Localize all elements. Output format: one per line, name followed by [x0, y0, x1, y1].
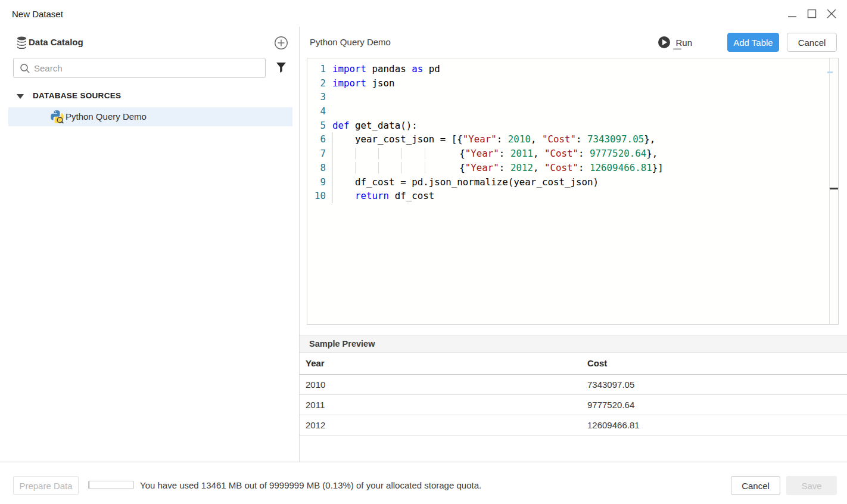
table-cell: 7343097.05 — [581, 374, 847, 394]
code-line[interactable]: 5def get_data(): — [307, 119, 838, 133]
table-body: 20107343097.0520119777520.64201212609466… — [300, 374, 847, 435]
resize-handle[interactable] — [673, 48, 681, 50]
table-column-header: Cost — [581, 353, 847, 374]
sidebar-item-label: Python Query Demo — [66, 111, 147, 122]
catalog-header: Data Catalog — [0, 35, 299, 51]
new-dataset-dialog: New Dataset Data Catalog — [0, 0, 847, 504]
data-catalog-sidebar: Data Catalog — [0, 27, 299, 462]
sample-preview-header: Sample Preview — [300, 335, 847, 353]
sidebar-item-python-query-demo[interactable]: Python Query Demo — [8, 107, 292, 126]
search-icon — [20, 63, 30, 76]
code-lines: 1import pandas as pd2import json345def g… — [307, 62, 838, 203]
code-line[interactable]: 4 — [307, 104, 838, 119]
section-label: DATABASE SOURCES — [33, 91, 121, 100]
add-source-button[interactable] — [274, 36, 288, 52]
code-editor[interactable]: 1import pandas as pd2import json345def g… — [307, 58, 839, 325]
filter-funnel-icon[interactable] — [276, 62, 287, 76]
code-line[interactable]: 2import json — [307, 76, 838, 91]
table-cell: 2010 — [300, 374, 581, 394]
storage-progress-bar — [88, 481, 134, 489]
line-number: 5 — [307, 119, 326, 133]
table-row: 20119777520.64 — [300, 394, 847, 415]
prepare-data-button[interactable]: Prepare Data — [13, 476, 79, 495]
line-number: 1 — [307, 62, 326, 76]
storage-quota-text: You have used 13461 MB out of 9999999 MB… — [140, 480, 481, 490]
scroll-decoration — [827, 71, 833, 73]
window-controls — [782, 5, 841, 23]
search-box — [13, 58, 266, 78]
main-panel: Python Query Demo Run Add Table Cancel 1… — [300, 27, 847, 462]
minimize-icon — [787, 9, 797, 18]
catalog-title: Data Catalog — [29, 37, 83, 47]
code-line[interactable]: 10 return df_cost — [307, 189, 838, 203]
table-row: 201212609466.81 — [300, 415, 847, 435]
table-cell: 12609466.81 — [581, 415, 847, 435]
chevron-down-icon — [17, 94, 24, 99]
code-line[interactable]: 3 — [307, 90, 838, 104]
section-database-sources[interactable]: DATABASE SOURCES — [0, 89, 299, 105]
table-cell: 2011 — [300, 394, 581, 415]
search-input[interactable] — [34, 59, 260, 77]
sample-preview-table: YearCost 20107343097.0520119777520.64201… — [300, 353, 847, 435]
code-line[interactable]: 8 {"Year": 2012, "Cost": 12609466.81}] — [307, 161, 838, 175]
table-header-row: YearCost — [300, 353, 847, 374]
table-column-header: Year — [300, 353, 581, 374]
query-title: Python Query Demo — [310, 37, 391, 47]
scrollbar-track[interactable] — [829, 58, 830, 324]
database-icon — [17, 36, 27, 52]
maximize-button[interactable] — [802, 5, 821, 23]
save-button[interactable]: Save — [786, 476, 837, 495]
code-line[interactable]: 6 year_cost_json = [{"Year": 2010, "Cost… — [307, 132, 838, 147]
line-number: 10 — [307, 189, 326, 203]
sample-preview-title: Sample Preview — [309, 339, 375, 349]
code-line[interactable]: 9 df_cost = pd.json_normalize(year_cost_… — [307, 175, 838, 189]
run-label: Run — [675, 38, 692, 48]
run-button[interactable]: Run — [658, 36, 692, 48]
table-cell: 9777520.64 — [581, 394, 847, 415]
play-circle-icon — [658, 36, 670, 48]
table-cell: 2012 — [300, 415, 581, 435]
maximize-icon — [807, 9, 817, 18]
window-title: New Dataset — [12, 9, 63, 19]
line-number: 6 — [307, 132, 326, 147]
line-number: 4 — [307, 104, 326, 119]
code-line[interactable]: 1import pandas as pd — [307, 62, 838, 76]
title-bar: New Dataset — [0, 0, 847, 27]
query-cancel-button[interactable]: Cancel — [787, 33, 837, 52]
line-number: 7 — [307, 147, 326, 161]
code-line[interactable]: 7 {"Year": 2011, "Cost": 9777520.64}, — [307, 147, 838, 161]
footer-cancel-button[interactable]: Cancel — [731, 476, 780, 495]
cursor-position-marker — [830, 188, 838, 189]
line-number: 2 — [307, 76, 326, 91]
line-number: 9 — [307, 175, 326, 189]
line-number: 3 — [307, 90, 326, 104]
footer-bar: Prepare Data You have used 13461 MB out … — [0, 462, 847, 504]
python-source-icon — [51, 110, 64, 126]
close-button[interactable] — [821, 5, 841, 23]
line-number: 8 — [307, 161, 326, 175]
add-table-button[interactable]: Add Table — [727, 33, 779, 52]
minimize-button[interactable] — [782, 5, 802, 23]
close-icon — [827, 9, 836, 18]
table-row: 20107343097.05 — [300, 374, 847, 394]
